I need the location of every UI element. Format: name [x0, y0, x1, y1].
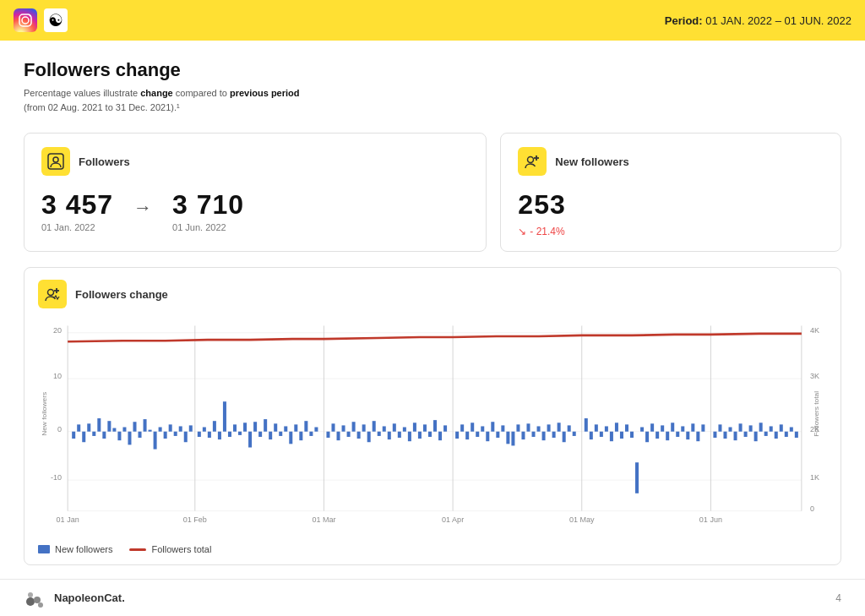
- new-followers-icon: [518, 147, 547, 176]
- svg-rect-78: [264, 419, 267, 432]
- svg-rect-73: [238, 432, 242, 435]
- svg-rect-115: [465, 432, 469, 439]
- svg-rect-60: [169, 424, 172, 431]
- svg-rect-123: [506, 432, 509, 444]
- svg-rect-136: [573, 432, 576, 436]
- svg-rect-61: [174, 432, 177, 436]
- svg-rect-141: [605, 426, 608, 431]
- svg-rect-79: [269, 432, 272, 439]
- chart-container: 20 10 0 -10 4K 3K 2K 1K 0 New followers …: [38, 317, 827, 537]
- new-followers-change: - 21.4%: [530, 226, 564, 237]
- svg-rect-173: [775, 432, 778, 439]
- svg-rect-82: [284, 426, 287, 431]
- svg-rect-162: [718, 424, 721, 431]
- svg-rect-105: [408, 432, 411, 441]
- page-number: 4: [835, 592, 841, 604]
- svg-rect-112: [443, 425, 447, 431]
- new-followers-card-title: New followers: [555, 155, 628, 168]
- svg-rect-176: [790, 428, 793, 432]
- svg-rect-140: [600, 432, 603, 437]
- svg-rect-87: [309, 432, 313, 436]
- svg-rect-125: [516, 424, 520, 431]
- followers-icon: [41, 147, 70, 176]
- svg-point-181: [38, 602, 43, 608]
- header-left: ☯: [14, 8, 68, 32]
- svg-rect-77: [258, 432, 262, 437]
- svg-rect-44: [87, 423, 90, 431]
- svg-rect-42: [77, 424, 80, 431]
- svg-rect-132: [552, 432, 556, 438]
- svg-rect-81: [279, 432, 282, 436]
- svg-rect-113: [455, 432, 459, 439]
- svg-rect-71: [228, 432, 231, 437]
- svg-rect-153: [666, 432, 669, 440]
- svg-rect-90: [331, 423, 335, 431]
- svg-rect-86: [304, 421, 307, 432]
- svg-text:3K: 3K: [810, 372, 820, 380]
- chart-icon: [38, 280, 67, 308]
- svg-rect-92: [342, 425, 345, 431]
- svg-rect-127: [526, 423, 530, 431]
- svg-rect-166: [739, 423, 743, 431]
- svg-rect-57: [154, 432, 157, 450]
- svg-rect-177: [795, 432, 798, 438]
- svg-rect-67: [208, 432, 211, 438]
- svg-rect-103: [398, 432, 401, 438]
- svg-rect-88: [314, 428, 318, 432]
- footer: NapoleonCat. 4: [0, 579, 865, 616]
- svg-rect-47: [102, 432, 106, 439]
- svg-rect-154: [671, 422, 674, 431]
- svg-rect-68: [213, 421, 216, 432]
- header: ☯ Period: 01 JAN. 2022 – 01 JUN. 2022: [0, 0, 865, 41]
- svg-rect-109: [428, 432, 432, 437]
- svg-rect-48: [107, 421, 111, 432]
- svg-rect-159: [696, 432, 699, 441]
- napoleoncat-logo-icon: [24, 588, 47, 608]
- svg-text:01 May: 01 May: [569, 515, 595, 524]
- svg-text:4K: 4K: [810, 326, 820, 335]
- svg-rect-119: [486, 432, 489, 441]
- svg-rect-85: [299, 432, 302, 440]
- followers-end-stat: 3 710 01 Jun. 2022: [172, 189, 244, 232]
- svg-rect-43: [82, 432, 85, 443]
- period-label: Period:: [665, 14, 703, 27]
- svg-rect-122: [501, 425, 504, 431]
- svg-rect-156: [681, 426, 684, 431]
- svg-point-5: [53, 157, 58, 162]
- chart-header: Followers change: [38, 280, 827, 308]
- svg-rect-65: [198, 432, 201, 437]
- chart-section: Followers change 20 10 0 -10 4K 3K 2K 1K…: [24, 267, 841, 565]
- svg-rect-148: [640, 428, 644, 432]
- svg-rect-130: [542, 432, 546, 440]
- svg-rect-69: [218, 432, 221, 439]
- svg-rect-168: [749, 425, 753, 431]
- svg-rect-172: [770, 426, 773, 431]
- svg-rect-102: [393, 423, 396, 431]
- svg-rect-163: [723, 432, 726, 439]
- svg-rect-137: [585, 418, 588, 432]
- svg-rect-106: [413, 422, 416, 431]
- svg-rect-64: [189, 425, 193, 431]
- header-period: Period: 01 JAN. 2022 – 01 JUN. 2022: [665, 14, 851, 27]
- svg-point-6: [528, 157, 534, 163]
- new-followers-change-row: ↘ - 21.4%: [518, 226, 565, 237]
- svg-rect-91: [337, 432, 340, 440]
- new-followers-stat: 253 ↘ - 21.4%: [518, 189, 565, 237]
- svg-rect-149: [645, 432, 649, 443]
- instagram-icon: [14, 8, 37, 32]
- svg-text:01 Apr: 01 Apr: [442, 515, 464, 524]
- svg-rect-63: [184, 432, 188, 443]
- svg-rect-96: [362, 424, 366, 431]
- footer-logo: NapoleonCat.: [24, 588, 125, 608]
- svg-rect-157: [686, 432, 689, 439]
- svg-rect-56: [149, 430, 152, 432]
- svg-rect-138: [590, 432, 593, 439]
- followers-end-date: 01 Jun. 2022: [172, 222, 244, 232]
- svg-rect-100: [383, 426, 386, 431]
- svg-rect-143: [615, 422, 618, 431]
- svg-rect-171: [764, 432, 768, 436]
- svg-rect-128: [532, 432, 536, 437]
- arrow-icon: →: [133, 197, 152, 219]
- svg-rect-58: [159, 428, 162, 432]
- legend-line-color: [129, 548, 146, 551]
